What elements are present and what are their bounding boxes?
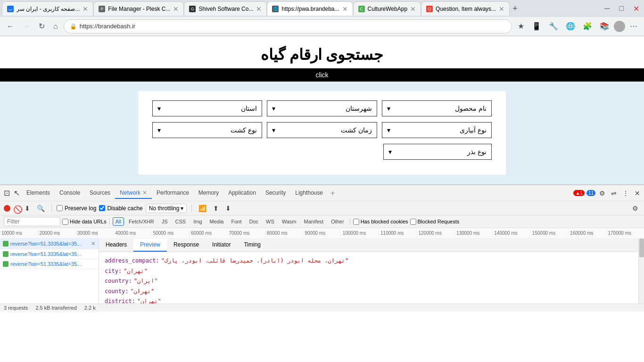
home-button[interactable]: ⌂: [50, 20, 61, 33]
tab-memory[interactable]: Memory: [194, 188, 223, 199]
detail-tab-initiator[interactable]: Initiator: [206, 239, 237, 252]
filter-font[interactable]: Font: [228, 217, 244, 226]
detail-tab-preview[interactable]: Preview: [133, 239, 167, 252]
minimize-button[interactable]: ─: [602, 3, 612, 14]
filter-media[interactable]: Media: [207, 217, 227, 226]
devtools-network-button[interactable]: ⇌: [609, 189, 619, 198]
profile-avatar[interactable]: [614, 21, 625, 32]
filter-other[interactable]: Other: [328, 217, 347, 226]
collections-icon[interactable]: 📚: [597, 20, 612, 33]
tab-application[interactable]: Application: [223, 188, 261, 199]
filter-all[interactable]: All: [113, 217, 124, 226]
filter-img[interactable]: Img: [190, 217, 205, 226]
ms-edge-icon[interactable]: 🌐: [563, 20, 578, 33]
tab-6-close[interactable]: ✕: [499, 5, 504, 13]
irrigation-select-arrow: ▾: [387, 126, 390, 134]
province-select[interactable]: استان ▾: [152, 100, 262, 116]
seed-select[interactable]: نوع بذر ▾: [383, 144, 492, 160]
filter-doc[interactable]: Doc: [246, 217, 261, 226]
tab-5-close[interactable]: ✕: [410, 5, 416, 13]
throttle-dropdown[interactable]: No throttling ▾: [146, 204, 187, 213]
filter-fetch-xhr[interactable]: Fetch/XHR: [126, 217, 157, 226]
tab-4-close[interactable]: ✕: [342, 5, 348, 13]
detail-tab-timing[interactable]: Timing: [237, 239, 267, 252]
address-bar[interactable]: 🔒 https://brandebash.ir: [64, 19, 512, 33]
request-panel-close[interactable]: ✕: [91, 240, 96, 247]
has-blocked-cookies-input[interactable]: [353, 219, 359, 225]
tab-network-close[interactable]: ✕: [142, 189, 147, 196]
disable-cache-checkbox[interactable]: Disable cache: [99, 205, 142, 212]
filter-wasm[interactable]: Wasm: [279, 217, 299, 226]
extensions-list-icon[interactable]: 🧩: [580, 20, 595, 33]
devtools-add-tab-button[interactable]: +: [328, 189, 338, 197]
tab-3[interactable]: G Shiveh Software Co... ✕: [184, 1, 267, 16]
upload-icon[interactable]: ⬆: [211, 204, 221, 213]
back-button[interactable]: ←: [4, 20, 17, 33]
extension-icon[interactable]: 🔧: [546, 20, 561, 33]
devtools-inspect-button[interactable]: ↖: [12, 188, 22, 198]
download-icon[interactable]: ⬇: [223, 204, 233, 213]
record-button[interactable]: [4, 205, 10, 212]
bookmark-icon[interactable]: ★: [515, 20, 527, 33]
devtools-gear-icon[interactable]: ⚙: [630, 204, 640, 213]
cultivation-select[interactable]: نوع کشت ▾: [152, 122, 262, 138]
refresh-button[interactable]: ↻: [36, 20, 48, 33]
filter-ws[interactable]: WS: [263, 217, 277, 226]
tab-5-favicon: C: [358, 6, 365, 12]
tab-security[interactable]: Security: [261, 188, 290, 199]
preserve-log-input[interactable]: [57, 205, 63, 211]
devtools-more-button[interactable]: ⋮: [620, 189, 631, 198]
filter-css[interactable]: CSS: [173, 217, 189, 226]
close-button[interactable]: ✕: [630, 3, 642, 14]
tab-2-close[interactable]: ✕: [173, 5, 179, 13]
devtools-toggle-button[interactable]: ⊡: [2, 188, 12, 198]
request-item-2[interactable]: reverse?lon=51.3335&lat=35...: [0, 249, 99, 259]
wifi-icon[interactable]: 📶: [197, 204, 208, 213]
detail-scrollbar-thumb[interactable]: [639, 239, 644, 257]
filter-icon[interactable]: ⬇: [23, 204, 32, 213]
tab-lighthouse[interactable]: Lighthouse: [290, 188, 328, 199]
tab-network[interactable]: Network ✕: [115, 188, 152, 199]
forward-button[interactable]: →: [20, 20, 33, 33]
devtools-close-button[interactable]: ✕: [633, 189, 642, 198]
new-tab-button[interactable]: +: [510, 4, 520, 14]
blocked-requests-checkbox[interactable]: Blocked Requests: [410, 219, 460, 225]
tab-6[interactable]: Q Question, Item always... ✕: [421, 1, 510, 16]
request-item-1[interactable]: reverse?lon=51.3335&lat=35... ✕: [0, 239, 99, 249]
has-blocked-cookies-checkbox[interactable]: Has blocked cookies: [353, 219, 408, 225]
filter-js[interactable]: JS: [159, 217, 171, 226]
tab-sources[interactable]: Sources: [85, 188, 115, 199]
tab-performance[interactable]: Performance: [152, 188, 194, 199]
preserve-log-checkbox[interactable]: Preserve log: [57, 205, 96, 212]
tab-2[interactable]: P File Manager - Plesk C... ✕: [93, 1, 184, 16]
blocked-requests-input[interactable]: [410, 219, 416, 225]
tab-5[interactable]: C CultureWebApp ✕: [353, 1, 421, 16]
tab-1-close[interactable]: ✕: [83, 5, 88, 13]
filter-manifest[interactable]: Manifest: [301, 217, 327, 226]
planting-time-select[interactable]: زمان کشت ▾: [267, 122, 377, 138]
search-icon[interactable]: 🔍: [35, 204, 47, 213]
request-item-3[interactable]: reverse?lon=51.3335&lat=35...: [0, 259, 99, 269]
click-bar[interactable]: click: [0, 68, 644, 82]
tab-1[interactable]: ب صفحه کاربری - ایران سر... ✕: [2, 1, 93, 16]
tab-4[interactable]: 🌐 https://pwa.brandeba... ✕: [267, 1, 353, 16]
product-select[interactable]: نام محصول ▾: [382, 100, 492, 116]
menu-button[interactable]: ⋯: [627, 20, 640, 33]
clear-button[interactable]: 🚫: [13, 205, 20, 212]
city-select[interactable]: شهرستان ▾: [267, 100, 377, 116]
detail-tab-response[interactable]: Response: [167, 239, 206, 252]
tab-console[interactable]: Console: [55, 188, 85, 199]
detail-tab-headers[interactable]: Headers: [99, 239, 133, 252]
pwa-install-icon[interactable]: 📱: [529, 20, 544, 33]
maximize-button[interactable]: □: [616, 3, 627, 14]
detail-scrollbar[interactable]: [638, 239, 644, 304]
info-badge: 11: [586, 190, 595, 196]
hide-data-urls-input[interactable]: [62, 219, 68, 225]
hide-data-urls-checkbox[interactable]: Hide data URLs: [62, 219, 107, 225]
tab-3-close[interactable]: ✕: [256, 5, 262, 13]
filter-input[interactable]: [4, 217, 60, 226]
irrigation-select[interactable]: نوع آبیاری ▾: [382, 122, 492, 138]
tab-elements[interactable]: Elements: [22, 188, 55, 199]
devtools-settings-button[interactable]: ⚙: [597, 189, 607, 198]
disable-cache-input[interactable]: [99, 205, 105, 211]
